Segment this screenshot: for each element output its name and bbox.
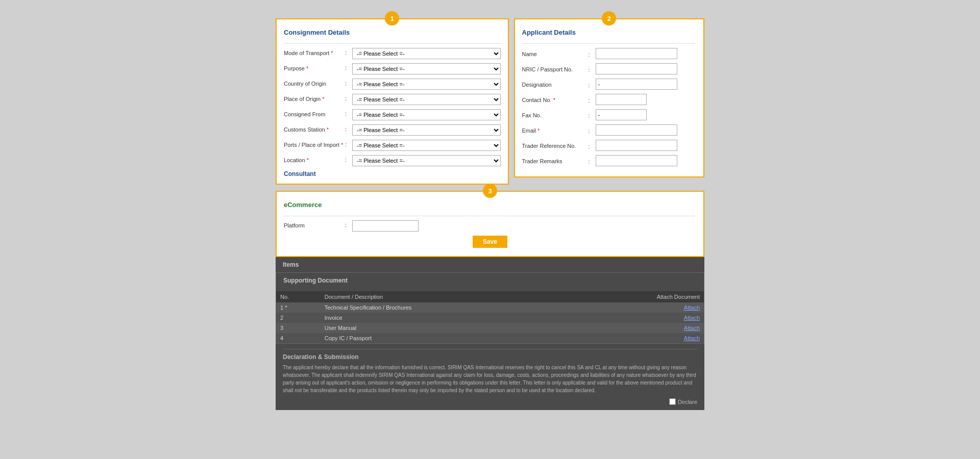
- nric-input[interactable]: [596, 63, 677, 74]
- customs-station-label: Customs Station *: [284, 124, 345, 133]
- nric-label: NRIC / Passport No.: [522, 64, 589, 73]
- doc-description-cell: User Manual: [321, 323, 570, 333]
- customs-station-select[interactable]: -= Please Select =-: [352, 124, 501, 136]
- country-of-origin-select[interactable]: -= Please Select =-: [352, 79, 501, 90]
- designation-input[interactable]: [596, 79, 677, 90]
- declare-label: Declare: [678, 399, 697, 405]
- mode-of-transport-select[interactable]: -= Please Select =-: [352, 48, 501, 59]
- name-input[interactable]: [596, 48, 677, 59]
- customs-station-row: Customs Station * : -= Please Select =-: [284, 124, 501, 136]
- attach-link[interactable]: Attach: [684, 304, 700, 311]
- items-title: Items: [283, 261, 697, 268]
- consignment-title: Consignment Details: [284, 29, 501, 38]
- designation-label: Designation: [522, 80, 589, 88]
- ecommerce-title: eCommerce: [284, 201, 696, 211]
- name-row: Name :: [522, 48, 697, 59]
- purpose-label: Purpose *: [284, 63, 345, 72]
- platform-label: Platform: [284, 220, 345, 229]
- ports-of-import-select[interactable]: -= Please Select =-: [352, 140, 501, 151]
- doc-no-cell: 2: [276, 313, 321, 323]
- attach-link[interactable]: Attach: [684, 315, 700, 321]
- attach-link[interactable]: Attach: [684, 335, 700, 341]
- contact-row: Contact No. * :: [522, 94, 697, 105]
- contact-input[interactable]: [596, 94, 647, 105]
- doc-table-row: 2 Invoice Attach: [276, 313, 704, 323]
- col-no: No.: [276, 291, 321, 302]
- fax-row: Fax No. :: [522, 109, 697, 120]
- fax-input[interactable]: [596, 109, 647, 120]
- supporting-doc-panel: Supporting Document No. Document / Descr…: [276, 272, 704, 344]
- declare-row: Declare: [283, 398, 697, 405]
- doc-table-row: 1 * Technical Specification / Brochures …: [276, 302, 704, 313]
- save-button[interactable]: Save: [473, 236, 507, 248]
- doc-attach-cell: Attach: [570, 313, 704, 323]
- doc-no-cell: 3: [276, 323, 321, 333]
- place-of-origin-select[interactable]: -= Please Select =-: [352, 94, 501, 105]
- declaration-text: The applicant hereby declare that all th…: [283, 364, 697, 394]
- purpose-row: Purpose * : -= Please Select =-: [284, 63, 501, 74]
- consignment-panel: Consignment Details Mode of Transport * …: [276, 18, 509, 185]
- doc-description-cell: Copy IC / Passport: [321, 333, 570, 343]
- name-label: Name: [522, 49, 589, 58]
- required-mark: *: [331, 50, 333, 56]
- trader-remarks-label: Trader Remarks: [522, 156, 589, 165]
- applicant-title: Applicant Details: [522, 29, 697, 38]
- supporting-doc-title: Supporting Document: [283, 277, 697, 284]
- declaration-panel: Declaration & Submission The applicant h…: [276, 344, 704, 410]
- doc-no-cell: 1 *: [276, 302, 321, 313]
- country-of-origin-label: Country of Origin: [284, 79, 345, 87]
- doc-attach-cell: Attach: [570, 302, 704, 313]
- consigned-from-select[interactable]: -= Please Select =-: [352, 109, 501, 120]
- trader-ref-label: Trader Reference No.: [522, 141, 589, 149]
- location-select[interactable]: -= Please Select =-: [352, 155, 501, 166]
- doc-description-cell: Technical Specification / Brochures: [321, 302, 570, 313]
- step-badge-3: 3: [483, 184, 497, 198]
- declare-checkbox[interactable]: [669, 398, 676, 405]
- designation-row: Designation :: [522, 79, 697, 90]
- trader-ref-input[interactable]: [596, 140, 677, 151]
- col-attach: Attach Document: [570, 291, 704, 302]
- platform-input[interactable]: [352, 220, 419, 232]
- doc-table-header-row: No. Document / Description Attach Docume…: [276, 291, 704, 302]
- ecommerce-panel: eCommerce Platform : Save: [276, 191, 704, 257]
- place-of-origin-row: Place of Origin * : -= Please Select =-: [284, 94, 501, 105]
- step-badge-1: 1: [385, 11, 399, 26]
- doc-description-cell: Invoice: [321, 313, 570, 323]
- mode-of-transport-label: Mode of Transport *: [284, 48, 345, 57]
- step-badge-2: 2: [602, 11, 616, 26]
- col-description: Document / Description: [321, 291, 570, 302]
- country-of-origin-row: Country of Origin : -= Please Select =-: [284, 79, 501, 90]
- applicant-panel: Applicant Details Name : NRIC / Passport…: [514, 18, 705, 177]
- ports-of-import-label: Ports / Place of Import *: [284, 140, 345, 148]
- email-label: Email *: [522, 125, 589, 134]
- doc-table-row: 4 Copy IC / Passport Attach: [276, 333, 704, 343]
- items-section: Items: [276, 257, 704, 272]
- doc-no-cell: 4: [276, 333, 321, 343]
- email-row: Email * :: [522, 124, 697, 136]
- mode-of-transport-row: Mode of Transport * : -= Please Select =…: [284, 48, 501, 59]
- doc-attach-cell: Attach: [570, 323, 704, 333]
- location-row: Location * : -= Please Select =-: [284, 155, 501, 166]
- fax-label: Fax No.: [522, 110, 589, 119]
- place-of-origin-label: Place of Origin *: [284, 94, 345, 103]
- trader-ref-row: Trader Reference No. :: [522, 140, 697, 151]
- supporting-doc-header: Supporting Document: [276, 273, 704, 291]
- platform-row: Platform :: [284, 220, 696, 232]
- nric-row: NRIC / Passport No. :: [522, 63, 697, 74]
- supporting-doc-table: No. Document / Description Attach Docume…: [276, 291, 704, 343]
- email-input[interactable]: [596, 124, 677, 136]
- location-label: Location *: [284, 155, 345, 164]
- mode-of-transport-control: -= Please Select =-: [352, 48, 501, 59]
- ports-of-import-row: Ports / Place of Import * : -= Please Se…: [284, 140, 501, 151]
- trader-remarks-row: Trader Remarks :: [522, 155, 697, 166]
- attach-link[interactable]: Attach: [684, 325, 700, 331]
- contact-label: Contact No. *: [522, 95, 589, 104]
- doc-attach-cell: Attach: [570, 333, 704, 343]
- doc-table-row: 3 User Manual Attach: [276, 323, 704, 333]
- consigned-from-row: Consigned From : -= Please Select =-: [284, 109, 501, 120]
- trader-remarks-input[interactable]: [596, 155, 677, 166]
- declaration-title: Declaration & Submission: [283, 349, 697, 361]
- consultant-label: Consultant: [284, 170, 501, 177]
- consigned-from-label: Consigned From: [284, 109, 345, 118]
- purpose-select[interactable]: -= Please Select =-: [352, 63, 501, 74]
